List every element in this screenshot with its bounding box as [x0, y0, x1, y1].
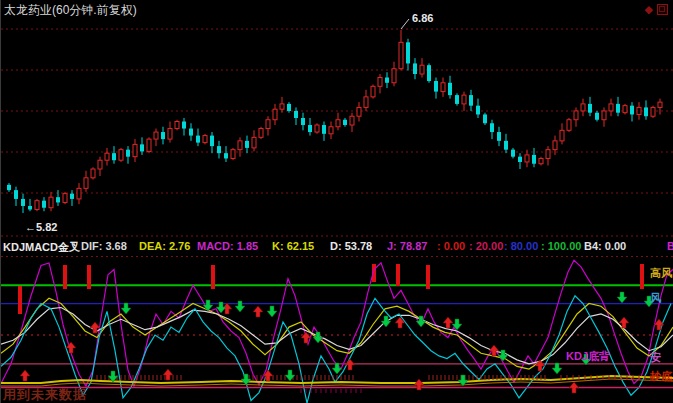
level-100: : 100.00 [541, 240, 581, 252]
watermark-text: 用到未来数据 [3, 386, 87, 403]
level-0: : 0.00 [437, 240, 465, 252]
d-value: D: 53.78 [330, 240, 372, 252]
risk-zone-label-0: 高风 [650, 266, 672, 281]
risk-zone-label-1: 风 [650, 291, 661, 306]
sell-signal-arrow-icon [313, 332, 323, 343]
dif-value: DIF: 3.68 [81, 240, 127, 252]
indicator-header-row: KDJMACD金叉DIF: 3.68DEA: 2.76MACD: 1.85K: … [1, 239, 673, 256]
low-price-label: ←5.82 [25, 221, 57, 233]
dea-value: DEA: 2.76 [139, 240, 190, 252]
level-20: : 20.00 [469, 240, 503, 252]
buy-signal-arrow-icon [253, 306, 263, 317]
k-value: K: 62.15 [272, 240, 314, 252]
candlestick-chart[interactable]: 6.86←5.82 [1, 0, 673, 239]
sell-signal-arrow-icon [552, 363, 562, 374]
sell-signal-arrow-icon [235, 301, 245, 312]
b4-value: B4: 0.00 [584, 240, 626, 252]
sell-signal-arrow-icon [617, 292, 627, 303]
kdj-indicator-panel[interactable] [1, 256, 673, 403]
high-price-label: 6.86 [412, 12, 433, 24]
risk-zone-label-3: 抄底 [650, 369, 672, 384]
stock-app-window: 太龙药业(60分钟.前复权) ◆ 6.86←5.82 KDJMACD金叉DIF:… [0, 0, 673, 403]
buy-signal-arrow-icon [20, 370, 30, 381]
kdj-divergence-label: KDJ底背 [566, 349, 610, 364]
j-value: J: 78.87 [387, 240, 427, 252]
buy-signal-arrow-icon [569, 382, 579, 393]
b-partial: B [667, 240, 673, 252]
buy-signal-arrow-icon [414, 379, 424, 390]
buy-signal-arrow-icon [345, 359, 355, 370]
risk-zone-label-2: 安 [650, 350, 661, 365]
sell-signal-arrow-icon [203, 300, 213, 311]
buy-signal-arrow-icon [443, 317, 453, 328]
macd-value: MACD: 1.85 [197, 240, 258, 252]
indicator-name: KDJMACD金叉 [3, 240, 80, 255]
buy-signal-arrow-icon [395, 317, 405, 328]
sell-signal-arrow-icon [332, 363, 342, 374]
level-80: : 80.00 [504, 240, 538, 252]
sell-signal-arrow-icon [121, 303, 131, 314]
sell-signal-arrow-icon [381, 316, 391, 327]
sell-signal-arrow-icon [267, 306, 277, 317]
